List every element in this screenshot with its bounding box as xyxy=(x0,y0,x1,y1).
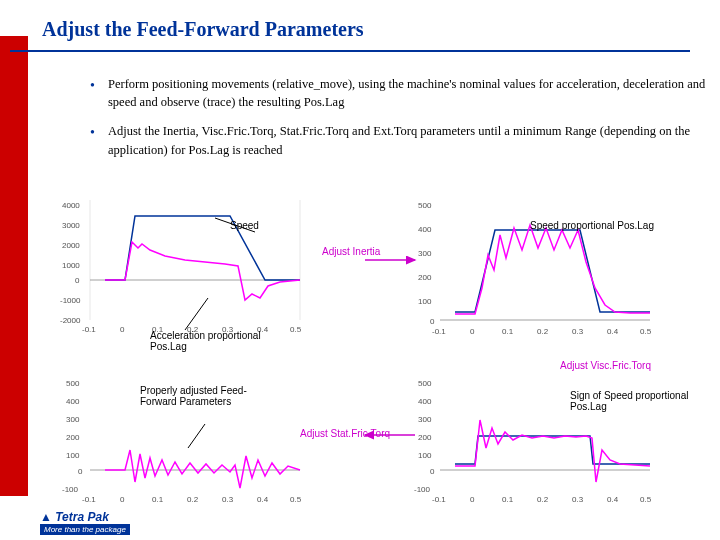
label-adjust-inertia: Adjust Inertia xyxy=(322,246,380,257)
svg-text:400: 400 xyxy=(418,225,432,234)
page-title: Adjust the Feed-Forward Parameters xyxy=(42,18,364,41)
svg-text:0.3: 0.3 xyxy=(572,327,584,336)
svg-text:-1000: -1000 xyxy=(60,296,81,305)
svg-text:4000: 4000 xyxy=(62,201,80,210)
svg-text:400: 400 xyxy=(418,397,432,406)
svg-text:0.4: 0.4 xyxy=(607,327,619,336)
svg-text:0.1: 0.1 xyxy=(502,327,514,336)
svg-text:300: 300 xyxy=(418,415,432,424)
accent-bar xyxy=(0,36,28,496)
label-accel-lag: Acceleration proportional Pos.Lag xyxy=(150,330,300,352)
svg-text:0.5: 0.5 xyxy=(290,495,302,504)
title-underline xyxy=(10,50,690,52)
svg-text:-100: -100 xyxy=(62,485,79,494)
label-speed: Speed xyxy=(230,220,259,231)
label-adjust-visc: Adjust Visc.Fric.Torq xyxy=(560,360,651,371)
svg-text:-0.1: -0.1 xyxy=(432,327,446,336)
label-sign-speed: Sign of Speed proportional Pos.Lag xyxy=(570,390,700,412)
svg-text:200: 200 xyxy=(66,433,80,442)
svg-text:0: 0 xyxy=(78,467,83,476)
label-speed-prop: Speed proportional Pos.Lag xyxy=(530,220,654,231)
svg-text:0.5: 0.5 xyxy=(640,495,652,504)
svg-text:500: 500 xyxy=(418,201,432,210)
svg-text:1000: 1000 xyxy=(62,261,80,270)
svg-text:0.2: 0.2 xyxy=(187,495,199,504)
logo-tagline: More than the package xyxy=(40,524,130,535)
svg-text:-0.1: -0.1 xyxy=(82,325,96,334)
svg-text:0: 0 xyxy=(120,495,125,504)
svg-text:0.3: 0.3 xyxy=(572,495,584,504)
svg-text:0: 0 xyxy=(120,325,125,334)
svg-text:-0.1: -0.1 xyxy=(432,495,446,504)
svg-text:500: 500 xyxy=(66,379,80,388)
svg-text:0: 0 xyxy=(470,327,475,336)
bullet-list: Perform positioning movements (relative_… xyxy=(50,75,720,170)
svg-text:0.4: 0.4 xyxy=(257,495,269,504)
svg-line-65 xyxy=(188,424,205,448)
svg-text:200: 200 xyxy=(418,433,432,442)
svg-text:0.5: 0.5 xyxy=(640,327,652,336)
svg-text:0.2: 0.2 xyxy=(537,327,549,336)
svg-text:0.3: 0.3 xyxy=(222,495,234,504)
charts-svg: 40003000200010000-1000-2000 -0.100.10.20… xyxy=(40,190,700,510)
svg-text:100: 100 xyxy=(418,297,432,306)
svg-text:100: 100 xyxy=(66,451,80,460)
svg-text:0: 0 xyxy=(430,317,435,326)
svg-text:0: 0 xyxy=(470,495,475,504)
svg-text:200: 200 xyxy=(418,273,432,282)
label-properly: Properly adjusted Feed-Forward Parameter… xyxy=(140,385,250,407)
svg-text:500: 500 xyxy=(418,379,432,388)
svg-text:400: 400 xyxy=(66,397,80,406)
logo-brand: Tetra Pak xyxy=(55,510,109,524)
svg-text:0: 0 xyxy=(75,276,80,285)
svg-text:0.1: 0.1 xyxy=(152,495,164,504)
bullet-item: Adjust the Inertia, Visc.Fric.Torq, Stat… xyxy=(90,122,720,160)
svg-text:-2000: -2000 xyxy=(60,316,81,325)
svg-text:-100: -100 xyxy=(414,485,431,494)
svg-text:100: 100 xyxy=(418,451,432,460)
svg-text:2000: 2000 xyxy=(62,241,80,250)
svg-text:0.1: 0.1 xyxy=(502,495,514,504)
svg-text:300: 300 xyxy=(66,415,80,424)
svg-text:0.4: 0.4 xyxy=(607,495,619,504)
svg-text:300: 300 xyxy=(418,249,432,258)
bullet-item: Perform positioning movements (relative_… xyxy=(90,75,720,113)
logo: ▲ Tetra Pak More than the package xyxy=(40,510,130,534)
svg-text:0: 0 xyxy=(430,467,435,476)
svg-text:0.2: 0.2 xyxy=(537,495,549,504)
label-adjust-stat: Adjust Stat.Fric.Torq xyxy=(300,428,390,439)
svg-text:-0.1: -0.1 xyxy=(82,495,96,504)
svg-text:3000: 3000 xyxy=(62,221,80,230)
